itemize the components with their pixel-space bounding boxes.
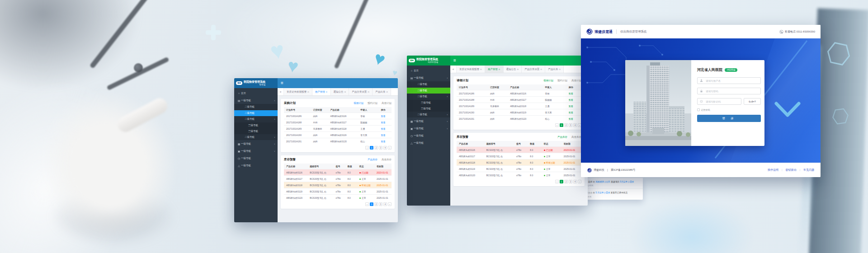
page-button[interactable]: 3 (379, 202, 382, 206)
captcha-input[interactable] (705, 100, 739, 103)
card-link[interactable]: 领用计划 (354, 102, 363, 105)
page-button[interactable]: 4 (573, 123, 577, 127)
view-link[interactable]: 查看 (566, 109, 581, 116)
sidebar-item[interactable]: ▦ 一级导航 (234, 140, 278, 147)
sidebar-item[interactable]: ◷ 一级导航 (234, 155, 278, 162)
view-link[interactable]: 查看 (378, 132, 392, 138)
remember-checkbox[interactable] (697, 108, 700, 111)
sidebar-item[interactable]: ⌂ 首页 (234, 89, 278, 97)
page-button[interactable]: 1 (560, 180, 563, 183)
sidebar-item[interactable]: 三级导航 (234, 128, 278, 134)
view-link[interactable]: 查看 (566, 116, 581, 122)
sidebar-item[interactable]: ▦ 一级导航 (407, 117, 450, 125)
tab[interactable]: 用户管理 (485, 66, 504, 73)
card-link[interactable]: 高值库存 (571, 136, 581, 139)
lock-icon (700, 89, 703, 93)
tab[interactable]: 资质证件效期预警 (284, 88, 312, 95)
sidebar-item[interactable]: 二级导航 (234, 110, 278, 117)
footer-link[interactable]: 操作说明 (768, 168, 778, 172)
stock-row: ABS床头柜0120 BCS33型 5孔 右 o78o 8.0 正常 2025-… (284, 195, 392, 201)
page-button[interactable]: 2 (374, 146, 378, 150)
card-link[interactable]: 高值计划 (571, 79, 581, 82)
sidebar-item[interactable]: △ 一级导航 (234, 162, 278, 169)
tab[interactable]: 用户管理 (312, 88, 331, 95)
tab[interactable]: 产品分类设置 (522, 66, 545, 73)
page-button[interactable]: 3 (569, 180, 572, 183)
footer-link[interactable]: 常见问题 (796, 168, 814, 172)
collapse-tabs-icon[interactable]: « (278, 88, 284, 95)
status-dot (359, 191, 361, 192)
card-link[interactable]: 产品库存 (368, 158, 377, 161)
sidebar-item[interactable]: 二级导航 (407, 81, 450, 88)
sidebar-item[interactable]: 三级导航 (234, 122, 278, 128)
view-link[interactable]: 查看 (566, 90, 581, 97)
page-button[interactable]: ‹ (365, 202, 369, 206)
page-button[interactable]: 4 (383, 202, 387, 206)
sidebar-item[interactable]: 二级导航 (234, 116, 278, 122)
menu-toggle-icon[interactable]: ≡ (453, 58, 456, 63)
page-button[interactable]: 3 (569, 123, 572, 127)
sidebar-item[interactable]: ▣ 一级导航 (407, 125, 450, 132)
tab[interactable]: 产品出库 (373, 88, 391, 95)
page-button[interactable]: 2 (564, 123, 568, 127)
page-button[interactable]: 2 (374, 202, 378, 206)
page-button[interactable]: › (388, 146, 392, 150)
status-dot (544, 169, 545, 170)
tab[interactable]: 资质证件效期预警 (457, 66, 485, 73)
view-link[interactable]: 查看 (378, 126, 392, 132)
menu-toggle-icon[interactable]: ≡ (281, 81, 283, 85)
sidebar-item[interactable]: 二级导航 (407, 94, 450, 100)
view-link[interactable]: 查看 (378, 138, 392, 145)
window-clinical-dashboard: 博健 医院物资管理系统 临床科室端 ≡ ⌂ 首页 (407, 56, 588, 206)
sidebar-item[interactable]: ▤ 一级导航 (234, 97, 278, 104)
page-button[interactable]: 4 (383, 146, 387, 150)
view-link[interactable]: 查看 (378, 113, 392, 119)
sidebar-item[interactable]: ⌂ 首页 (407, 67, 450, 74)
page-button[interactable]: 1 (370, 202, 373, 206)
card-link[interactable]: 高值库存 (382, 158, 392, 161)
status-text: 即将过期 (546, 161, 555, 164)
page-button[interactable]: 1 (560, 123, 563, 127)
view-link[interactable]: 查看 (566, 97, 581, 103)
page-button[interactable]: 4 (573, 180, 577, 183)
card-link[interactable]: 领用计划 (543, 79, 553, 82)
stock-card: 库存预警 产品库存高值库存 产品名称 规格型号 批号 数量 (453, 133, 585, 186)
tab[interactable]: 通知公告 (504, 66, 522, 73)
page-button[interactable]: 1 (370, 146, 373, 150)
sidebar-item[interactable]: 二级导航 (234, 134, 278, 141)
tab[interactable]: 产品出库 (545, 66, 564, 73)
view-link[interactable]: 查看 (566, 103, 581, 109)
card-link[interactable]: 产品库存 (557, 136, 567, 139)
card-link[interactable]: 高值计划 (382, 102, 392, 105)
footer-link[interactable]: 密钥驱动 (778, 168, 797, 172)
username-input[interactable] (705, 79, 758, 83)
notification-link[interactable]: 凤蝶精美小分队 (595, 181, 610, 183)
page-button[interactable]: › (578, 180, 581, 183)
sidebar-item[interactable]: 二级导航 (407, 112, 450, 118)
grid-icon: ▦ (237, 142, 241, 145)
page-button[interactable]: 2 (564, 180, 568, 183)
collapse-tabs-icon[interactable]: « (450, 66, 457, 73)
sidebar-item[interactable]: △ 一级导航 (407, 139, 450, 146)
notification-link[interactable]: 5月日常小需求 (620, 181, 634, 183)
page-button[interactable]: › (388, 202, 392, 206)
sidebar-item[interactable]: 三级导航 (407, 106, 450, 112)
sidebar-item[interactable]: 二级导航 (234, 104, 278, 110)
view-link[interactable]: 查看 (378, 119, 392, 126)
page-button[interactable]: 3 (379, 146, 382, 150)
page-button[interactable]: ‹ (555, 123, 559, 127)
login-button[interactable]: 登 录 (697, 115, 761, 122)
tab[interactable]: 产品分类设置 (349, 88, 373, 95)
tab[interactable]: 通知公告 (331, 88, 349, 95)
page-button[interactable]: ‹ (555, 180, 559, 183)
sidebar-item[interactable]: 二级导航 (407, 88, 450, 94)
sidebar-item[interactable]: ◷ 一级导航 (407, 132, 450, 139)
password-input[interactable] (705, 89, 758, 93)
card-link[interactable]: 预约计划 (557, 79, 567, 82)
sidebar-item[interactable]: ▤ 一级导航 (407, 74, 450, 81)
card-link[interactable]: 预约计划 (368, 102, 377, 105)
sidebar-item[interactable]: ▣ 一级导航 (234, 147, 278, 155)
page-button[interactable]: ‹ (365, 146, 369, 150)
sidebar-item[interactable]: 三级导航 (407, 100, 450, 106)
notification-link[interactable]: 5 月日常小需求 (595, 192, 610, 194)
